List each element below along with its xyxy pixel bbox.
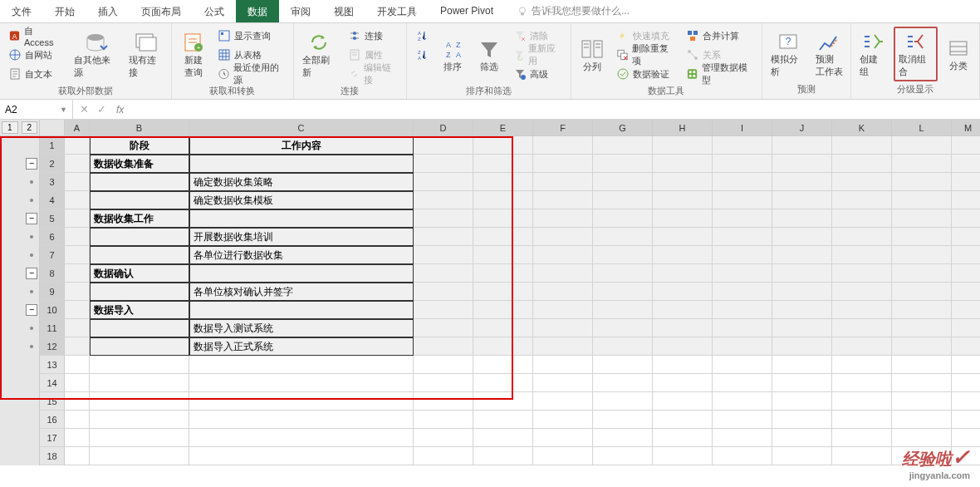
cell-B7[interactable] <box>90 246 189 264</box>
cell-C4[interactable]: 确定数据收集模板 <box>189 191 414 209</box>
col-header-M[interactable]: M <box>952 120 980 135</box>
col-header-B[interactable]: B <box>90 120 189 135</box>
cell-E3[interactable] <box>473 173 533 191</box>
cell-E12[interactable] <box>473 337 533 356</box>
cell-K16[interactable] <box>832 411 892 429</box>
cell-H10[interactable] <box>653 301 713 319</box>
cell-D14[interactable] <box>414 374 473 392</box>
cell-I10[interactable] <box>713 301 772 319</box>
sort-za-button[interactable]: ZA <box>412 46 432 64</box>
cell-F12[interactable] <box>533 337 593 356</box>
cell-A15[interactable] <box>65 392 90 411</box>
cell-H17[interactable] <box>653 429 713 447</box>
cell-K5[interactable] <box>832 209 892 228</box>
cell-C1[interactable]: 工作内容 <box>189 136 414 155</box>
cell-J17[interactable] <box>772 429 832 447</box>
cell-D6[interactable] <box>414 228 473 246</box>
cell-I18[interactable] <box>713 447 772 465</box>
cell-J11[interactable] <box>772 319 832 337</box>
cell-K12[interactable] <box>832 337 892 356</box>
tell-me[interactable]: 告诉我您想要做什么... <box>505 0 641 22</box>
cell-F3[interactable] <box>533 173 593 191</box>
cell-F4[interactable] <box>533 191 593 209</box>
cell-J16[interactable] <box>772 411 832 429</box>
cell-D4[interactable] <box>414 191 473 209</box>
cell-C8[interactable] <box>189 264 414 283</box>
cell-C18[interactable] <box>189 447 414 465</box>
tab-powerpivot[interactable]: Power Pivot <box>429 0 505 22</box>
cell-E1[interactable] <box>473 136 533 155</box>
sort-az-button[interactable]: AZ <box>412 27 432 45</box>
row-header-12[interactable]: 12 <box>40 337 65 356</box>
cell-F6[interactable] <box>533 228 593 246</box>
cell-J3[interactable] <box>772 173 832 191</box>
consolidate-button[interactable]: 合并计算 <box>683 27 757 45</box>
col-header-H[interactable]: H <box>653 120 713 135</box>
col-header-G[interactable]: G <box>593 120 653 135</box>
tab-data[interactable]: 数据 <box>236 0 279 22</box>
cell-I8[interactable] <box>713 264 772 283</box>
cell-I9[interactable] <box>713 283 772 301</box>
cell-F7[interactable] <box>533 246 593 264</box>
outline-level-1[interactable]: 1 <box>2 121 18 134</box>
cell-D16[interactable] <box>414 411 473 429</box>
cell-G6[interactable] <box>593 228 653 246</box>
col-header-J[interactable]: J <box>772 120 832 135</box>
cell-M10[interactable] <box>952 301 980 319</box>
text-to-columns-button[interactable]: 分列 <box>576 27 608 83</box>
cell-I5[interactable] <box>713 209 772 228</box>
cell-L14[interactable] <box>892 374 952 392</box>
cell-D9[interactable] <box>414 283 473 301</box>
cell-L2[interactable] <box>892 155 952 173</box>
cell-F14[interactable] <box>533 374 593 392</box>
cell-H4[interactable] <box>653 191 713 209</box>
cell-C15[interactable] <box>189 392 414 411</box>
cell-F11[interactable] <box>533 319 593 337</box>
cell-F15[interactable] <box>533 392 593 411</box>
cell-B14[interactable] <box>90 374 189 392</box>
cell-B2[interactable]: 数据收集准备 <box>90 155 189 173</box>
data-validation-button[interactable]: 数据验证 <box>613 65 679 83</box>
cell-J2[interactable] <box>772 155 832 173</box>
cell-J1[interactable] <box>772 136 832 155</box>
tab-layout[interactable]: 页面布局 <box>130 0 193 22</box>
col-header-D[interactable]: D <box>414 120 473 135</box>
cell-J15[interactable] <box>772 392 832 411</box>
cell-F18[interactable] <box>533 447 593 465</box>
cell-I15[interactable] <box>713 392 772 411</box>
cell-L16[interactable] <box>892 411 952 429</box>
cell-H11[interactable] <box>653 319 713 337</box>
cell-E18[interactable] <box>473 447 533 465</box>
cell-J14[interactable] <box>772 374 832 392</box>
cell-D2[interactable] <box>414 155 473 173</box>
name-box[interactable]: A2 ▼ <box>0 100 73 119</box>
cell-C17[interactable] <box>189 429 414 447</box>
cell-D5[interactable] <box>414 209 473 228</box>
cell-C13[interactable] <box>189 356 414 374</box>
cell-C11[interactable]: 数据导入测试系统 <box>189 319 414 337</box>
cell-H18[interactable] <box>653 447 713 465</box>
recent-sources-button[interactable]: 最近使用的源 <box>214 65 288 83</box>
cell-K7[interactable] <box>832 246 892 264</box>
cell-I13[interactable] <box>713 356 772 374</box>
cell-B4[interactable] <box>90 191 189 209</box>
cell-E7[interactable] <box>473 246 533 264</box>
from-text-button[interactable]: 自文本 <box>5 65 66 83</box>
formula-input[interactable] <box>127 100 980 119</box>
cell-B16[interactable] <box>90 411 189 429</box>
row-header-3[interactable]: 3 <box>40 173 65 191</box>
cell-B12[interactable] <box>90 337 189 356</box>
cell-L7[interactable] <box>892 246 952 264</box>
new-query-button[interactable]: +新建 查询 <box>177 27 208 83</box>
cell-E17[interactable] <box>473 429 533 447</box>
subtotal-button[interactable]: 分类 <box>943 27 974 81</box>
cell-A12[interactable] <box>65 337 90 356</box>
cell-H12[interactable] <box>653 337 713 356</box>
remove-dup-button[interactable]: 删除重复项 <box>613 46 679 64</box>
cell-I7[interactable] <box>713 246 772 264</box>
sort-button[interactable]: AZZA排序 <box>437 27 468 83</box>
enter-formula-button[interactable]: ✓ <box>97 103 106 116</box>
cell-J4[interactable] <box>772 191 832 209</box>
cell-C10[interactable] <box>189 301 414 319</box>
cell-I17[interactable] <box>713 429 772 447</box>
